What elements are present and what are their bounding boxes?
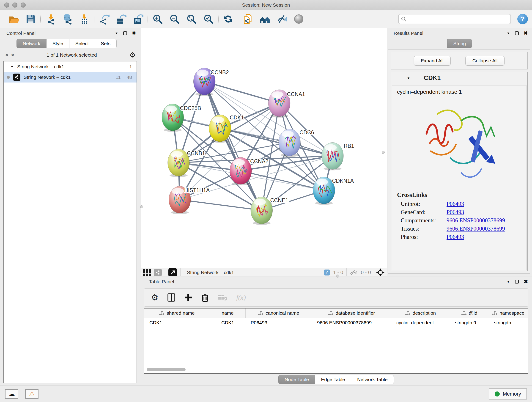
table-options-gear-icon[interactable]: ⚙ [151,293,158,302]
save-session-button[interactable] [25,13,36,25]
crosslink-link[interactable]: 9606.ENSP00000378699 [447,217,505,224]
crosshair-icon[interactable] [376,268,385,277]
node-table[interactable]: shared namenamecanonical namedatabase id… [144,308,528,374]
network-view-canvas[interactable]: CCNB2CCNA1CDC25BCDK1CDC6RB1CCNB1CCNA2CDK… [141,28,387,268]
zoom-selected-button[interactable] [203,13,214,25]
export-image-icon [133,13,143,25]
tab-sets[interactable]: Sets [95,39,117,48]
tab-network-table[interactable]: Network Table [351,375,394,384]
detach-view-button[interactable] [168,268,177,277]
export-network-button[interactable] [99,13,109,25]
network-edge[interactable] [204,81,262,210]
table-cell[interactable]: P06493 [246,318,312,327]
hidden-eye-icon[interactable] [350,269,358,275]
expand-all-networks-icon[interactable]: » [9,53,16,56]
refresh-button[interactable] [223,13,234,25]
table-cell[interactable]: stringdb [489,318,528,327]
tab-string[interactable]: String [447,39,472,48]
memory-button[interactable]: Memory [489,389,527,400]
import-network-button[interactable] [45,13,56,25]
column-header-canonical-name[interactable]: canonical name [246,308,312,318]
zoom-out-button[interactable] [169,13,180,25]
delete-table-icon[interactable] [218,294,227,301]
column-header-@id[interactable]: @id [450,308,489,318]
network-graph[interactable]: CCNB2CCNA1CDC25BCDK1CDC6RB1CCNB1CCNA2CDK… [141,28,387,268]
results-panel-close-button[interactable]: ✖ [524,30,528,36]
maximize-window-button[interactable] [21,2,26,7]
tab-node-table[interactable]: Node Table [278,375,315,384]
control-panel-close-button[interactable]: ✖ [132,30,136,36]
column-header-shared-name[interactable]: shared name [144,308,210,318]
network-edge[interactable] [180,200,262,211]
right-splitter-handle[interactable] [382,151,385,154]
search-input[interactable] [408,16,508,22]
import-database-button[interactable] [62,13,73,25]
import-table-button[interactable] [79,13,90,25]
section-expander-icon[interactable]: ▼ [407,76,410,80]
table-panel-float-button[interactable] [515,280,519,283]
network-collection-row[interactable]: ▼ String Network – cdk1 1 [4,61,137,72]
table-panel-close-button[interactable]: ✖ [524,279,528,285]
results-panel-menu-button[interactable]: ▼ [507,32,510,35]
close-window-button[interactable] [4,2,9,7]
table-panel-menu-button[interactable]: ▼ [507,280,510,283]
cdk1-section: ▼ CDK1 cyclin–dependent kinase 1 [391,72,528,271]
cloud-button[interactable]: ☁ [5,389,18,399]
crosslink-link[interactable]: P06493 [447,234,464,240]
selected-count-checkbox[interactable]: ✓ [324,269,330,275]
left-splitter-handle[interactable] [140,205,143,208]
minimize-window-button[interactable] [12,2,17,7]
column-header-name[interactable]: name [210,308,246,318]
collapse-all-button[interactable]: Collapse All [465,56,505,65]
crosslink-link[interactable]: 9606.ENSP00000378699 [447,225,505,232]
column-header-description[interactable]: description [391,308,450,318]
node-gloss [282,131,293,137]
zoom-fit-button[interactable] [186,13,197,25]
help-button[interactable]: ? [517,14,528,24]
crosslink-link[interactable]: P06493 [447,201,464,207]
zoom-in-button[interactable] [152,13,163,25]
table-cell[interactable]: 9606.ENSP00000378699 [312,318,391,327]
crosslink-link[interactable]: P06493 [447,209,464,216]
warnings-button[interactable]: ⚠ [25,389,38,399]
function-builder-icon[interactable]: f(x) [236,294,246,301]
home-button[interactable] [259,13,270,25]
node-gloss [212,117,224,123]
control-panel-float-button[interactable] [123,32,127,35]
hide-panel-button[interactable] [276,13,287,25]
tab-network[interactable]: Network [17,39,46,48]
results-panel-float-button[interactable] [515,32,519,35]
table-row[interactable]: CDK1CDK1P064939606.ENSP00000378699cyclin… [144,318,528,327]
tab-edge-table[interactable]: Edge Table [315,375,351,384]
network-share-icon[interactable] [154,269,162,276]
delete-column-icon[interactable] [201,293,209,302]
network-options-gear-icon[interactable]: ⚙ [129,51,136,58]
open-session-button[interactable] [8,13,19,25]
search-box[interactable] [398,14,511,24]
create-column-icon[interactable] [184,294,192,301]
table-horizontal-scrollbar[interactable] [147,368,186,371]
collection-expander-icon[interactable]: ▼ [11,65,13,69]
control-panel-menu-button[interactable]: ▼ [115,32,118,35]
show-columns-icon[interactable] [167,293,175,302]
table-cell[interactable]: CDK1 [210,318,246,327]
birds-eye-view-icon[interactable] [143,269,151,276]
table-cell[interactable]: CDK1 [144,318,210,327]
column-header-database-identifier[interactable]: database identifier [312,308,391,318]
network-edge[interactable] [204,81,279,103]
clone-network-button[interactable] [242,13,253,25]
expand-all-button[interactable]: Expand All [414,56,451,65]
tab-style[interactable]: Style [46,39,70,48]
eye-button[interactable] [293,13,304,25]
table-splitter-handle[interactable] [336,274,339,278]
column-header-namespace[interactable]: namespace [489,308,528,318]
network-row-selected[interactable]: String Network – cdk1 11 48 [4,72,137,83]
export-image-button[interactable] [133,13,143,25]
table-cell[interactable]: cyclin–dependent ... [391,318,450,327]
export-table-button[interactable] [115,13,127,25]
node-label-CCNB1: CCNB1 [187,150,205,156]
table-cell[interactable]: stringdb:9... [450,318,489,327]
export-table-icon [115,13,127,25]
tab-select[interactable]: Select [70,39,95,48]
control-panel-tabs: NetworkStyleSelectSets [17,39,140,48]
